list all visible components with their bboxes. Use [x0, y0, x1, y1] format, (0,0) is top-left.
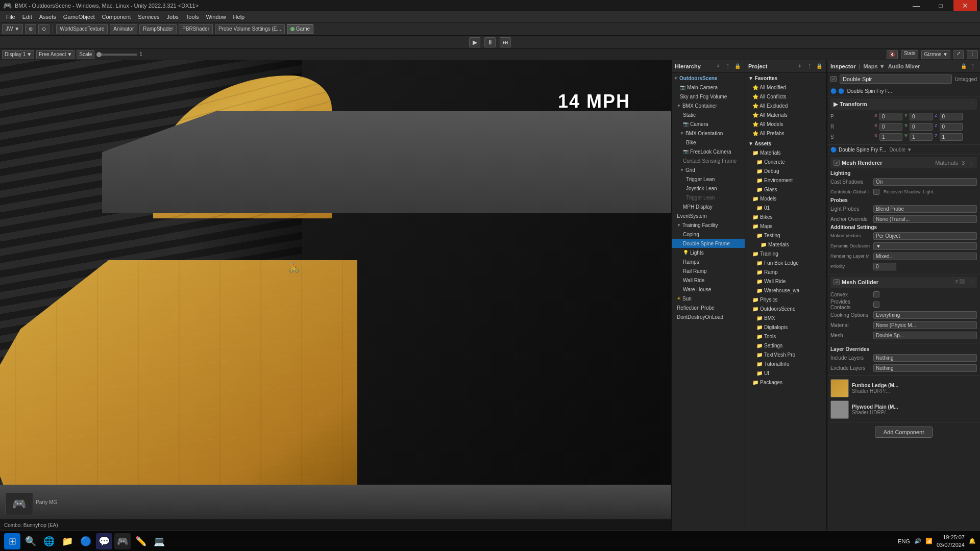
hier-contact[interactable]: Contact Sensing Frame	[672, 156, 745, 165]
collab-btn[interactable]: ⊕	[25, 24, 36, 34]
hier-bmx-orientation[interactable]: ▼ BMX Orientation	[672, 129, 745, 138]
proj-all-models[interactable]: ⭐ All Models	[745, 119, 826, 129]
worldspace-tab[interactable]: WorldSpaceTexture	[56, 24, 108, 34]
hier-outdoorsscene[interactable]: ▼ OutdoorsScene	[672, 73, 745, 83]
proj-models-folder[interactable]: 📁 Models	[745, 194, 826, 203]
hier-camera[interactable]: 📷 Camera	[672, 119, 745, 129]
maximize-viewport-btn[interactable]: ⤢	[953, 50, 964, 59]
collider-material-value[interactable]: None (Physic M...	[873, 321, 977, 329]
pbrshader-tab[interactable]: PBRShader	[179, 24, 213, 34]
scale-slider[interactable]	[96, 54, 137, 56]
taskbar-chrome[interactable]: 🔵	[78, 533, 94, 549]
proj-ui[interactable]: 📁 UI	[745, 368, 826, 378]
object-active-checkbox[interactable]: ✓	[830, 76, 837, 82]
taskbar-notifications[interactable]: 🔔	[969, 538, 976, 544]
proj-environment[interactable]: 📁 Environment	[745, 176, 826, 185]
hier-grid[interactable]: ▼ Grid	[672, 165, 745, 174]
proj-all-prefabs[interactable]: ⭐ All Prefabs	[745, 129, 826, 138]
proj-all-materials[interactable]: ⭐ All Materials	[745, 110, 826, 119]
proj-01[interactable]: 📁 01	[745, 203, 826, 212]
hier-wall-ride[interactable]: Wall Ride	[672, 276, 745, 285]
probe-volume-tab[interactable]: Probe Volume Settings (E...	[215, 24, 285, 34]
taskbar-discord[interactable]: 💬	[96, 533, 112, 549]
file-menu[interactable]: File	[3, 13, 18, 21]
hier-joystick-lean[interactable]: Joystick Lean	[672, 184, 745, 193]
layout-dropdown[interactable]: JW ▼	[2, 24, 23, 34]
exclude-layers-value[interactable]: Nothing	[873, 364, 977, 372]
maximize-btn[interactable]: □	[929, 0, 952, 11]
scale-z-input[interactable]: 1	[940, 133, 963, 141]
object-name-input[interactable]	[840, 74, 952, 84]
proj-favorites[interactable]: ▼ Favorites	[745, 73, 826, 83]
hier-trigger-lean-2[interactable]: Trigger Lean	[672, 193, 745, 202]
transform-options[interactable]: ⋮	[968, 101, 974, 108]
tools-menu[interactable]: Tools	[183, 13, 202, 21]
hier-lights[interactable]: 💡 Lights	[672, 248, 745, 257]
mesh-renderer-header[interactable]: ✓ Mesh Renderer Materials 3 ⋮	[830, 157, 977, 168]
priority-value[interactable]: 0	[873, 263, 896, 270]
proj-materials-sub[interactable]: 📁 Materials	[745, 240, 826, 249]
inspector-lock-btn[interactable]: 🔒	[960, 62, 968, 70]
taskbar-figma[interactable]: ✏️	[133, 533, 149, 549]
mesh-renderer-checkbox[interactable]: ✓	[834, 160, 840, 166]
anchor-override-value[interactable]: None (Transf...	[873, 215, 977, 223]
motion-vectors-value[interactable]: Per Object	[873, 232, 977, 240]
display-dropdown[interactable]: Display 1 ▼	[2, 50, 34, 59]
proj-training[interactable]: 📁 Training	[745, 249, 826, 258]
scale-x-input[interactable]: 1	[879, 133, 902, 141]
hier-sky-fog[interactable]: Sky and Fog Volume	[672, 92, 745, 101]
proj-textmesh[interactable]: 📁 TextMesh Pro	[745, 350, 826, 359]
cast-shadows-value[interactable]: On	[873, 178, 977, 186]
pause-btn[interactable]: ⏸	[484, 37, 496, 47]
proj-settings[interactable]: 📁 Settings	[745, 341, 826, 350]
viewport[interactable]: 14 MPH 🚴 Combo: Bunnyhop (EA) 🎮 Party MG	[0, 60, 671, 531]
proj-all-conflicts[interactable]: ⭐ All Conflicts	[745, 92, 826, 101]
hier-reflection-probe[interactable]: Reflection Probe	[672, 303, 745, 312]
hierarchy-add-btn[interactable]: +	[714, 62, 722, 70]
services-menu[interactable]: Services	[135, 13, 162, 21]
hier-static[interactable]: Static	[672, 110, 745, 119]
proj-tutorialinfo[interactable]: 📁 TutorialInfo	[745, 359, 826, 368]
contribute-gi-checkbox[interactable]	[873, 189, 879, 195]
window-menu[interactable]: Window	[203, 13, 229, 21]
hier-double-spine[interactable]: Double Spine Frame	[672, 239, 745, 248]
mesh-collider-header[interactable]: ✓ Mesh Collider 2 ⬛ ⋮	[830, 277, 977, 288]
project-lock-btn[interactable]: 🔒	[815, 62, 823, 70]
taskbar-vscode[interactable]: 💻	[151, 533, 167, 549]
proj-ramp[interactable]: 📁 Ramp	[745, 267, 826, 277]
hier-mph-display[interactable]: MPH Display	[672, 202, 745, 211]
proj-physics[interactable]: 📁 Physics	[745, 295, 826, 304]
proj-testing[interactable]: 📁 Testing	[745, 231, 826, 240]
cooking-options-value[interactable]: Everything	[873, 311, 977, 319]
proj-glass[interactable]: 📁 Glass	[745, 185, 826, 194]
proj-bmx[interactable]: 📁 BMX	[745, 313, 826, 322]
hier-ramps[interactable]: Ramps	[672, 257, 745, 266]
audio-mixer-tab[interactable]: Audio Mixer	[888, 63, 920, 69]
convex-checkbox[interactable]	[873, 291, 879, 297]
inspector-menu-btn[interactable]: ⋮	[969, 62, 977, 70]
proj-bikes[interactable]: 📁 Bikes	[745, 212, 826, 221]
mesh-collider-options[interactable]: ⋮	[968, 279, 974, 286]
hier-trigger-lean[interactable]: Trigger Lean	[672, 174, 745, 184]
hier-sun[interactable]: ☀ Sun	[672, 294, 745, 303]
close-btn[interactable]: ✕	[953, 0, 977, 11]
hier-rail-ramp[interactable]: Rail Ramp	[672, 266, 745, 276]
assets-menu[interactable]: Assets	[36, 13, 59, 21]
hier-dontdestroy[interactable]: DontDestroyOnLoad	[672, 312, 745, 321]
taskbar-unity[interactable]: 🎮	[114, 533, 131, 549]
hierarchy-menu-btn[interactable]: ⋮	[724, 62, 732, 70]
include-layers-value[interactable]: Nothing	[873, 354, 977, 362]
mesh-renderer-options[interactable]: ⋮	[968, 160, 974, 166]
proj-outdoorsscene-folder[interactable]: 📁 OutdoorsScene	[745, 304, 826, 313]
aspect-dropdown[interactable]: Free Aspect ▼	[36, 50, 75, 59]
mesh-collider-checkbox[interactable]: ✓	[834, 279, 840, 285]
pos-z-input[interactable]: 0	[940, 113, 963, 120]
gizmos-btn[interactable]: Gizmos ▼	[921, 50, 950, 59]
proj-tools[interactable]: 📁 Tools	[745, 332, 826, 341]
start-btn[interactable]: ⊞	[4, 533, 20, 549]
hier-eventsystem[interactable]: EventSystem	[672, 211, 745, 220]
proj-debug[interactable]: 📁 Debug	[745, 166, 826, 176]
animator-tab[interactable]: Animator	[110, 24, 137, 34]
proj-assets[interactable]: ▼ Assets	[745, 139, 826, 148]
taskbar-edge[interactable]: 🌐	[41, 533, 57, 549]
